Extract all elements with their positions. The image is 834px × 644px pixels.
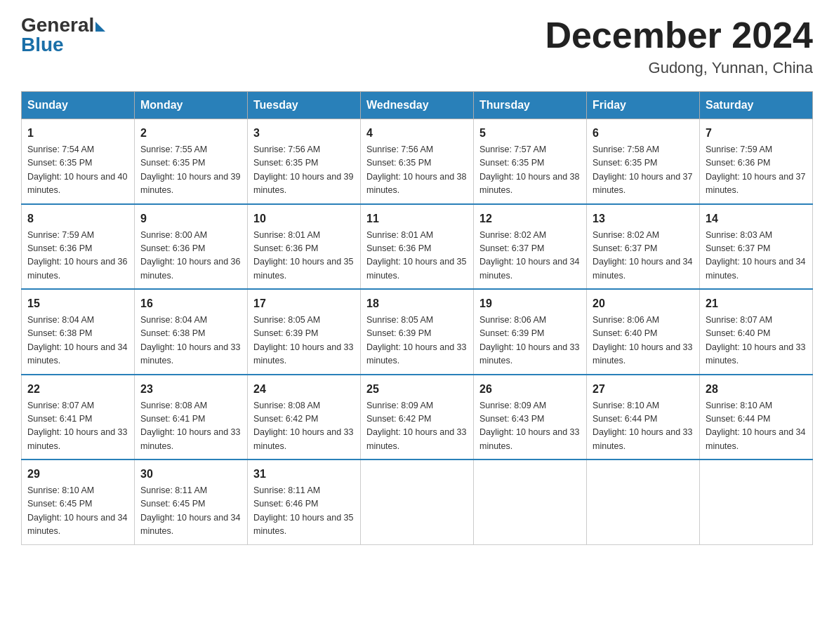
day-info: Sunrise: 7:57 AMSunset: 6:35 PMDaylight:… [479,143,581,198]
week-row-2: 8Sunrise: 7:59 AMSunset: 6:36 PMDaylight… [22,204,813,290]
day-number: 21 [706,295,807,312]
day-info: Sunrise: 8:01 AMSunset: 6:36 PMDaylight:… [366,229,468,283]
calendar-cell: 18Sunrise: 8:05 AMSunset: 6:39 PMDayligh… [361,289,474,375]
day-number: 13 [593,210,694,227]
day-number: 23 [140,381,241,398]
day-info: Sunrise: 8:08 AMSunset: 6:42 PMDaylight:… [253,399,355,454]
day-info: Sunrise: 8:09 AMSunset: 6:42 PMDaylight:… [366,399,468,454]
day-number: 31 [253,466,355,483]
day-info: Sunrise: 7:54 AMSunset: 6:35 PMDaylight:… [27,143,128,198]
calendar-table: SundayMondayTuesdayWednesdayThursdayFrid… [21,91,813,545]
day-info: Sunrise: 8:08 AMSunset: 6:41 PMDaylight:… [140,399,241,454]
calendar-cell: 25Sunrise: 8:09 AMSunset: 6:42 PMDayligh… [361,375,474,460]
calendar-cell: 26Sunrise: 8:09 AMSunset: 6:43 PMDayligh… [474,375,587,460]
calendar-cell: 23Sunrise: 8:08 AMSunset: 6:41 PMDayligh… [135,375,248,460]
day-info: Sunrise: 8:06 AMSunset: 6:39 PMDaylight:… [479,314,581,368]
day-number: 29 [27,466,128,483]
calendar-cell: 8Sunrise: 7:59 AMSunset: 6:36 PMDaylight… [22,204,135,290]
day-number: 9 [140,210,241,227]
calendar-cell: 22Sunrise: 8:07 AMSunset: 6:41 PMDayligh… [22,375,135,460]
day-number: 6 [593,125,694,142]
calendar-cell: 1Sunrise: 7:54 AMSunset: 6:35 PMDaylight… [22,119,135,204]
week-row-4: 22Sunrise: 8:07 AMSunset: 6:41 PMDayligh… [22,375,813,460]
day-number: 28 [706,381,807,398]
day-number: 11 [366,210,468,227]
calendar-cell: 10Sunrise: 8:01 AMSunset: 6:36 PMDayligh… [248,204,361,290]
header-day-wednesday: Wednesday [361,92,474,119]
day-info: Sunrise: 8:06 AMSunset: 6:40 PMDaylight:… [593,314,694,368]
day-info: Sunrise: 8:01 AMSunset: 6:36 PMDaylight:… [253,229,355,283]
day-number: 15 [27,295,128,312]
calendar-cell: 2Sunrise: 7:55 AMSunset: 6:35 PMDaylight… [135,119,248,204]
title-block: December 2024 Gudong, Yunnan, China [545,14,813,77]
calendar-cell: 5Sunrise: 7:57 AMSunset: 6:35 PMDaylight… [474,119,587,204]
day-info: Sunrise: 8:00 AMSunset: 6:36 PMDaylight:… [140,229,241,283]
day-number: 3 [253,125,355,142]
week-row-3: 15Sunrise: 8:04 AMSunset: 6:38 PMDayligh… [22,289,813,375]
calendar-cell: 16Sunrise: 8:04 AMSunset: 6:38 PMDayligh… [135,289,248,375]
day-info: Sunrise: 7:58 AMSunset: 6:35 PMDaylight:… [593,143,694,198]
day-number: 26 [479,381,581,398]
day-info: Sunrise: 8:04 AMSunset: 6:38 PMDaylight:… [140,314,241,368]
day-info: Sunrise: 8:10 AMSunset: 6:44 PMDaylight:… [593,399,694,454]
logo-blue-text: Blue [21,34,64,56]
header-day-friday: Friday [587,92,700,119]
day-info: Sunrise: 8:07 AMSunset: 6:40 PMDaylight:… [706,314,807,368]
day-number: 14 [706,210,807,227]
day-info: Sunrise: 7:56 AMSunset: 6:35 PMDaylight:… [253,143,355,198]
day-number: 10 [253,210,355,227]
header-row: SundayMondayTuesdayWednesdayThursdayFrid… [22,92,813,119]
day-info: Sunrise: 8:04 AMSunset: 6:38 PMDaylight:… [27,314,128,368]
day-number: 4 [366,125,468,142]
calendar-cell [587,459,700,544]
day-info: Sunrise: 7:55 AMSunset: 6:35 PMDaylight:… [140,143,241,198]
logo-arrow-icon [95,22,105,32]
day-number: 27 [593,381,694,398]
calendar-cell: 29Sunrise: 8:10 AMSunset: 6:45 PMDayligh… [22,459,135,544]
calendar-cell: 7Sunrise: 7:59 AMSunset: 6:36 PMDaylight… [700,119,813,204]
calendar-cell: 19Sunrise: 8:06 AMSunset: 6:39 PMDayligh… [474,289,587,375]
calendar-cell: 31Sunrise: 8:11 AMSunset: 6:46 PMDayligh… [248,459,361,544]
header-day-saturday: Saturday [700,92,813,119]
calendar-cell [361,459,474,544]
calendar-cell: 3Sunrise: 7:56 AMSunset: 6:35 PMDaylight… [248,119,361,204]
day-number: 25 [366,381,468,398]
location-title: Gudong, Yunnan, China [545,59,813,77]
day-number: 30 [140,466,241,483]
day-number: 12 [479,210,581,227]
day-number: 5 [479,125,581,142]
day-number: 2 [140,125,241,142]
day-info: Sunrise: 8:11 AMSunset: 6:45 PMDaylight:… [140,484,241,539]
day-info: Sunrise: 7:56 AMSunset: 6:35 PMDaylight:… [366,143,468,198]
calendar-cell: 9Sunrise: 8:00 AMSunset: 6:36 PMDaylight… [135,204,248,290]
day-info: Sunrise: 8:05 AMSunset: 6:39 PMDaylight:… [366,314,468,368]
page-header: General Blue December 2024 Gudong, Yunna… [21,14,813,77]
header-day-sunday: Sunday [22,92,135,119]
calendar-cell: 28Sunrise: 8:10 AMSunset: 6:44 PMDayligh… [700,375,813,460]
calendar-cell: 17Sunrise: 8:05 AMSunset: 6:39 PMDayligh… [248,289,361,375]
day-info: Sunrise: 8:10 AMSunset: 6:45 PMDaylight:… [27,484,128,539]
week-row-5: 29Sunrise: 8:10 AMSunset: 6:45 PMDayligh… [22,459,813,544]
day-info: Sunrise: 8:11 AMSunset: 6:46 PMDaylight:… [253,484,355,539]
calendar-cell: 14Sunrise: 8:03 AMSunset: 6:37 PMDayligh… [700,204,813,290]
calendar-cell: 27Sunrise: 8:10 AMSunset: 6:44 PMDayligh… [587,375,700,460]
calendar-cell: 12Sunrise: 8:02 AMSunset: 6:37 PMDayligh… [474,204,587,290]
day-info: Sunrise: 8:03 AMSunset: 6:37 PMDaylight:… [706,229,807,283]
day-info: Sunrise: 8:05 AMSunset: 6:39 PMDaylight:… [253,314,355,368]
day-number: 1 [27,125,128,142]
day-info: Sunrise: 8:02 AMSunset: 6:37 PMDaylight:… [479,229,581,283]
day-number: 17 [253,295,355,312]
calendar-cell: 13Sunrise: 8:02 AMSunset: 6:37 PMDayligh… [587,204,700,290]
logo: General Blue [21,14,105,56]
day-number: 20 [593,295,694,312]
calendar-cell: 4Sunrise: 7:56 AMSunset: 6:35 PMDaylight… [361,119,474,204]
month-title: December 2024 [545,14,813,56]
day-number: 8 [27,210,128,227]
day-number: 19 [479,295,581,312]
calendar-cell: 11Sunrise: 8:01 AMSunset: 6:36 PMDayligh… [361,204,474,290]
calendar-cell [700,459,813,544]
day-info: Sunrise: 8:10 AMSunset: 6:44 PMDaylight:… [706,399,807,454]
day-info: Sunrise: 8:09 AMSunset: 6:43 PMDaylight:… [479,399,581,454]
header-day-thursday: Thursday [474,92,587,119]
header-day-tuesday: Tuesday [248,92,361,119]
